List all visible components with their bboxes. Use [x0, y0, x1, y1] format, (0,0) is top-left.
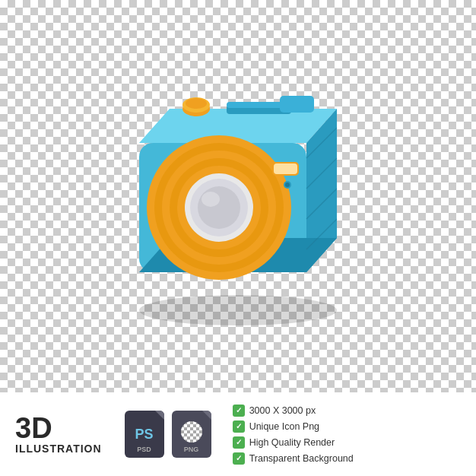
- info-panel: 3D ILLUSTRATION PS PSD PNG 3000 X 3000 p…: [0, 392, 476, 476]
- title-block: 3D ILLUSTRATION: [15, 414, 102, 455]
- feature-label-quality: High Quality Render: [249, 437, 335, 448]
- png-file-sublabel: PNG: [184, 446, 199, 453]
- svg-rect-11: [280, 96, 314, 113]
- features-list: 3000 X 3000 px Unique Icon Png High Qual…: [233, 405, 354, 465]
- ps-icon-text: PS: [135, 427, 154, 443]
- check-icon-quality: [233, 436, 245, 449]
- check-icon-transparent: [233, 452, 245, 465]
- feature-item-quality: High Quality Render: [233, 436, 354, 449]
- file-icons: PS PSD PNG: [125, 411, 211, 458]
- feature-item-resolution: 3000 X 3000 px: [233, 405, 354, 417]
- title-3d: 3D: [15, 414, 52, 443]
- svg-point-8: [186, 98, 207, 109]
- feature-item-transparent: Transparent Background: [233, 452, 354, 465]
- feature-item-unique: Unique Icon Png: [233, 420, 354, 433]
- camera-illustration-area: [0, 0, 476, 392]
- feature-label-unique: Unique Icon Png: [249, 421, 319, 432]
- png-preview: [181, 421, 202, 443]
- check-icon-unique: [233, 420, 245, 433]
- svg-point-0: [139, 295, 337, 325]
- feature-label-transparent: Transparent Background: [249, 453, 354, 464]
- png-file-icon: PNG: [172, 411, 211, 458]
- check-icon-resolution: [233, 405, 245, 417]
- svg-point-25: [285, 182, 290, 187]
- svg-rect-23: [274, 163, 297, 174]
- ps-file-icon: PS PSD: [125, 411, 164, 458]
- feature-label-resolution: 3000 X 3000 px: [249, 405, 316, 416]
- camera-3d-svg: [78, 52, 398, 341]
- ps-file-sublabel: PSD: [137, 446, 151, 453]
- title-illustration: ILLUSTRATION: [15, 443, 102, 455]
